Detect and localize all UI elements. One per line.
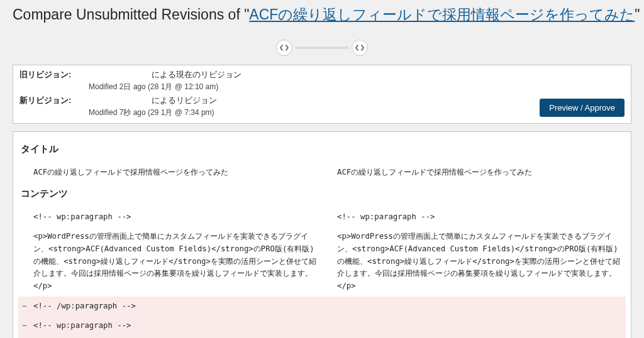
content-diff-table: <!-- wp:paragraph --><!-- wp:paragraph -… <box>18 207 626 338</box>
diff-old-cell: <!-- wp:paragraph --> <box>30 316 322 336</box>
slider-next-button[interactable] <box>352 40 368 56</box>
old-revision-label: 旧リビジョン: <box>19 69 76 80</box>
table-row: −<!-- /wp:paragraph --> <box>18 297 626 317</box>
old-revision-title: による現在のリビジョン <box>89 70 242 80</box>
revision-slider <box>0 27 644 65</box>
table-row: ACFの繰り返しフィールドで採用情報ページを作ってみた ACFの繰り返しフィール… <box>18 163 626 183</box>
table-row: <p>WordPressの管理画面上で簡単にカスタムフィールドを実装できるプラグ… <box>18 227 626 296</box>
diff-marker <box>322 163 333 183</box>
diff-marker <box>322 316 333 336</box>
diff-new-cell: ACFの繰り返しフィールドで採用情報ページを作ってみた <box>333 163 626 183</box>
new-revision-modified: Modified 7秒 ago (29 1月 @ 7:34 pm) <box>89 107 217 118</box>
table-row: <!-- wp:paragraph --><!-- wp:paragraph -… <box>18 207 626 227</box>
diff-marker: − <box>18 316 30 336</box>
diff-marker: − <box>18 297 30 317</box>
diff-marker <box>18 227 30 296</box>
title-diff-table: ACFの繰り返しフィールドで採用情報ページを作ってみた ACFの繰り返しフィール… <box>18 163 626 183</box>
diff-new-cell: <!-- wp:paragraph --> <box>333 207 626 227</box>
new-revision-row: 新リビジョン: によるリビジョン Modified 7秒 ago (29 1月 … <box>19 94 625 119</box>
post-link[interactable]: ACFの繰り返しフィールドで採用情報ページを作ってみた <box>249 6 635 23</box>
diff-old-cell: <!-- /wp:paragraph --> <box>30 297 322 317</box>
new-revision-title: によるリビジョン <box>89 95 217 106</box>
diff-marker <box>322 207 333 227</box>
section-content-heading: コンテンツ <box>21 188 626 200</box>
diff-marker <box>322 297 333 317</box>
slider-prev-button[interactable] <box>276 40 292 56</box>
old-revision-modified: Modified 2日 ago (28 1月 @ 12:10 am) <box>89 82 242 92</box>
revision-meta: 旧リビジョン: による現在のリビジョン Modified 2日 ago (28 … <box>13 65 631 124</box>
diff-marker <box>322 227 333 296</box>
preview-approve-button[interactable]: Preview / Approve <box>540 99 625 117</box>
diff-new-cell: <p>WordPressの管理画面上で簡単にカスタムフィールドを実装できるプラグ… <box>333 227 626 296</box>
diff-marker <box>18 207 30 227</box>
page-title: Compare Unsubmitted Revisions of "ACFの繰り… <box>0 0 644 27</box>
diff-new-cell <box>333 297 626 317</box>
title-suffix: " <box>635 6 640 23</box>
diff-marker <box>18 163 30 183</box>
diff-new-cell <box>333 316 626 336</box>
old-revision-row: 旧リビジョン: による現在のリビジョン Modified 2日 ago (28 … <box>19 68 625 94</box>
section-title-heading: タイトル <box>21 143 626 155</box>
diff-container: タイトル ACFの繰り返しフィールドで採用情報ページを作ってみた ACFの繰り返… <box>13 131 631 338</box>
title-prefix: Compare Unsubmitted Revisions of " <box>13 6 249 23</box>
table-row: −<!-- wp:paragraph --> <box>18 316 626 336</box>
slider-track[interactable] <box>295 46 349 49</box>
diff-old-cell: ACFの繰り返しフィールドで採用情報ページを作ってみた <box>30 163 322 183</box>
diff-old-cell: <p>WordPressの管理画面上で簡単にカスタムフィールドを実装できるプラグ… <box>30 227 322 296</box>
new-revision-label: 新リビジョン: <box>19 95 76 106</box>
chevron-left-right-icon <box>280 45 289 51</box>
diff-old-cell: <!-- wp:paragraph --> <box>30 207 322 227</box>
chevron-left-right-icon <box>355 45 364 51</box>
